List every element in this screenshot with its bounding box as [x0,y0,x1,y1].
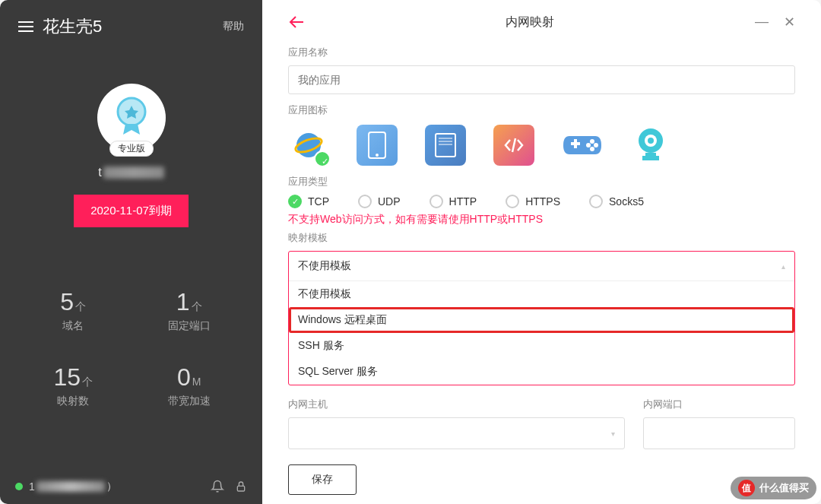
template-dropdown: 不使用模板 Windows 远程桌面 SSH 服务 SQL Server 服务 [289,281,794,385]
stat-fixed-port[interactable]: 1个 固定端口 [132,288,248,333]
template-option-ssh[interactable]: SSH 服务 [289,333,794,359]
minimize-icon[interactable]: — [755,14,769,30]
radio-socks5[interactable]: Socks5 [589,195,644,208]
app-icon-game[interactable] [562,125,603,166]
stat-bandwidth[interactable]: 0M 带宽加速 [132,363,248,408]
close-icon[interactable]: ✕ [784,14,795,30]
host-label: 内网主机 [288,398,625,411]
lock-icon[interactable] [235,480,247,493]
app-type-label: 应用类型 [288,175,795,189]
template-option-none[interactable]: 不使用模板 [289,281,794,307]
stats-grid: 5个 域名 1个 固定端口 15个 映射数 0M 带宽加速 [0,288,262,408]
chevron-up-icon: ▴ [781,262,785,271]
app-icon-label: 应用图标 [288,103,795,117]
sidebar-header: 花生壳5 帮助 [0,0,262,53]
save-button[interactable]: 保存 [288,464,357,495]
svg-point-5 [376,154,379,157]
expiry-button[interactable]: 2020-11-07到期 [74,195,189,227]
avatar[interactable]: 专业版 [97,84,166,152]
template-select-header[interactable]: 不使用模板 ▴ [289,252,794,281]
template-label: 映射模板 [288,231,795,245]
type-warning: 不支持Web访问方式，如有需要请使用HTTP或HTTPS [288,213,795,227]
radio-tcp[interactable]: TCP [288,195,329,208]
footer-redacted [36,481,105,492]
watermark-logo-icon: 值 [738,480,755,496]
port-label: 内网端口 [643,398,795,411]
status-dot-icon [15,483,23,490]
svg-rect-6 [436,134,455,157]
app-icon-mobile[interactable] [357,125,398,166]
app-title: 花生壳5 [43,15,223,38]
svg-point-2 [296,133,321,157]
username-redacted [103,166,164,179]
app-name-input[interactable] [288,65,795,94]
notification-icon[interactable] [211,480,224,493]
main-panel: 内网映射 — ✕ 应用名称 应用图标 [262,0,821,504]
app-icon-ie[interactable] [288,125,329,166]
stat-mappings[interactable]: 15个 映射数 [15,363,132,408]
tier-badge: 专业版 [109,141,154,157]
template-option-rdp[interactable]: Windows 远程桌面 [289,307,794,333]
sidebar: 花生壳5 帮助 专业版 t 2020-11-07到期 5个 域名 [0,0,262,504]
template-select[interactable]: 不使用模板 ▴ 不使用模板 Windows 远程桌面 SSH 服务 SQL Se… [288,251,795,385]
main-header: 内网映射 — ✕ [288,14,795,30]
svg-point-13 [594,143,598,147]
chevron-down-icon: ▾ [611,430,615,438]
menu-icon[interactable] [18,21,33,32]
medal-icon [114,97,149,139]
app-name-label: 应用名称 [288,46,795,59]
radio-http[interactable]: HTTP [430,195,477,208]
back-arrow-icon[interactable] [288,15,305,29]
watermark: 值 什么值得买 [731,477,816,499]
app-icon-code[interactable] [493,125,534,166]
type-radio-group: TCP UDP HTTP HTTPS Socks5 [288,195,795,208]
footer-status-text: 1） [29,480,117,493]
svg-point-12 [586,143,591,147]
page-title: 内网映射 [305,14,755,30]
sidebar-footer: 1） [0,469,262,504]
port-input[interactable] [643,417,795,449]
username: t [98,166,163,179]
radio-https[interactable]: HTTPS [506,195,560,208]
svg-point-11 [590,147,594,151]
svg-rect-1 [237,486,244,491]
help-link[interactable]: 帮助 [223,20,244,33]
host-select[interactable]: ▾ [288,417,625,449]
icon-picker [288,125,795,166]
app-icon-server[interactable] [425,125,466,166]
stat-domains[interactable]: 5个 域名 [15,288,132,333]
template-option-sql[interactable]: SQL Server 服务 [289,359,794,385]
svg-point-10 [590,139,594,144]
svg-point-16 [648,138,654,144]
profile-section: 专业版 t 2020-11-07到期 [0,84,262,227]
radio-udp[interactable]: UDP [358,195,401,208]
app-icon-camera[interactable] [630,125,671,166]
